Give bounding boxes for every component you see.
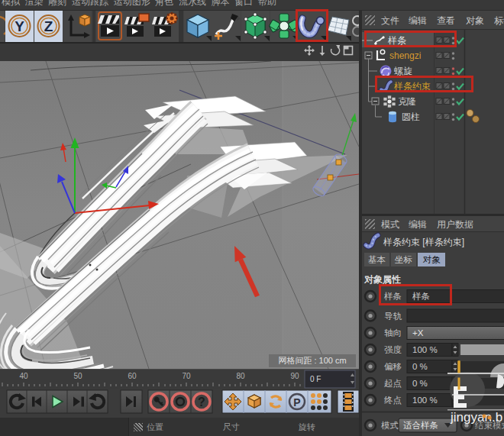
svg-text:Y: Y [15,18,24,34]
svg-text:查看: 查看 [437,15,455,26]
svg-text:样条约束 [样条约束]: 样条约束 [样条约束] [383,237,464,247]
svg-text:0 %: 0 % [412,379,428,388]
svg-text:编辑: 编辑 [409,219,427,230]
svg-text:圆柱: 圆柱 [402,111,420,122]
svg-text:强度: 强度 [384,345,402,354]
svg-text:0 %: 0 % [412,362,428,371]
svg-text:50: 50 [73,372,82,380]
svg-text:+X: +X [412,328,424,337]
svg-text:基本: 基本 [368,255,386,264]
svg-text:P: P [293,396,300,409]
svg-text:Z: Z [44,18,53,34]
svg-text:适合样条: 适合样条 [403,421,438,430]
svg-text:.b: .b [492,410,502,425]
svg-text:40: 40 [19,372,28,380]
svg-text:标签: 标签 [494,15,504,26]
svg-text:用户数据: 用户数据 [437,219,473,230]
svg-text:100 %: 100 % [412,345,438,354]
svg-text:克隆: 克隆 [398,96,416,107]
svg-text:?: ? [198,396,205,409]
svg-text:对象属性: 对象属性 [363,274,401,285]
svg-text:90: 90 [290,372,299,380]
svg-text:对象: 对象 [466,15,484,26]
svg-text:shengzi: shengzi [389,50,421,61]
svg-text:偏移: 偏移 [384,362,402,371]
svg-text:起点: 起点 [384,379,402,388]
svg-text:轴向: 轴向 [384,328,402,337]
svg-text:坐标: 坐标 [394,255,412,264]
svg-text:导轨: 导轨 [384,312,402,321]
svg-text:0 F: 0 F [310,375,321,383]
svg-text:60: 60 [128,372,137,380]
svg-text:80: 80 [236,372,245,380]
svg-text:模式: 模式 [381,219,399,230]
svg-text:编辑: 编辑 [409,15,427,26]
svg-text:模式: 模式 [381,421,399,430]
svg-text:文件: 文件 [381,15,399,26]
svg-text:螺旋: 螺旋 [394,66,412,76]
svg-text:对象: 对象 [422,255,441,264]
svg-text:终点: 终点 [384,396,402,405]
svg-text:100 %: 100 % [412,396,438,405]
svg-text:70: 70 [182,372,191,380]
